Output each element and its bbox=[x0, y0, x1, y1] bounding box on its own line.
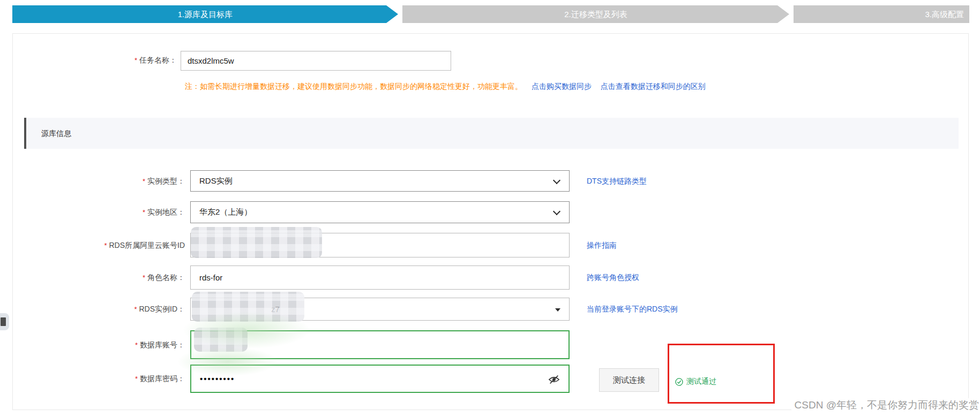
cross-account-role-auth-link[interactable]: 跨账号角色授权 bbox=[587, 266, 639, 290]
migration-config-panel: *任务名称： 注：如需长期进行增量数据迁移，建议使用数据同步功能，数据同步的网络… bbox=[12, 33, 969, 410]
instance-type-label: *实例类型： bbox=[32, 170, 185, 192]
wizard-step-label: 2.迁移类型及列表 bbox=[564, 10, 627, 19]
required-asterisk: * bbox=[135, 375, 138, 383]
dropdown-triangle-icon bbox=[555, 308, 560, 312]
note-text: 注：如需长期进行增量数据迁移，建议使用数据同步功能，数据同步的网络稳定性更好，功… bbox=[185, 82, 522, 90]
db-account-input[interactable] bbox=[190, 330, 570, 359]
rds-instance-id-visible-suffix: z7 bbox=[271, 298, 280, 320]
role-name-input-wrap bbox=[190, 266, 570, 290]
dts-migration-wizard-page: 1.源库及目标库 2.迁移类型及列表 3.高级配置 *任务名称： 注：如需长期进… bbox=[0, 0, 980, 417]
wizard-step-migration-type[interactable]: 2.迁移类型及列表 bbox=[402, 5, 789, 23]
required-asterisk: * bbox=[143, 177, 145, 185]
source-info-section-header: 源库信息 bbox=[24, 118, 959, 149]
instance-type-select[interactable]: RDS实例 bbox=[190, 170, 570, 192]
red-highlight-rectangle bbox=[668, 344, 775, 404]
task-name-input[interactable] bbox=[181, 51, 451, 71]
wizard-step-label: 3.高级配置 bbox=[925, 10, 964, 19]
buy-data-sync-link[interactable]: 点击购买数据同步 bbox=[532, 82, 592, 90]
feedback-flyout-handle[interactable] bbox=[0, 313, 9, 330]
sync-recommendation-note: 注：如需长期进行增量数据迁移，建议使用数据同步功能，数据同步的网络稳定性更好，功… bbox=[185, 82, 706, 92]
region-value: 华东2（上海） bbox=[199, 207, 252, 217]
migration-vs-sync-diff-link[interactable]: 点击查看数据迁移和同步的区别 bbox=[601, 82, 706, 90]
operation-guide-link[interactable]: 操作指南 bbox=[587, 233, 617, 257]
menu-icon bbox=[1, 317, 6, 326]
chevron-down-icon bbox=[553, 208, 560, 215]
rds-instance-id-select[interactable]: z7 bbox=[190, 298, 570, 321]
required-asterisk: * bbox=[134, 305, 137, 313]
dts-supported-links-link[interactable]: DTS支持链路类型 bbox=[587, 170, 647, 192]
role-name-label: *角色名称： bbox=[32, 266, 185, 290]
account-id-label: *RDS所属阿里云账号ID bbox=[32, 233, 185, 258]
csdn-watermark: CSDN @年轻，不是你努力而得来的奖赏 bbox=[791, 398, 979, 412]
section-title: 源库信息 bbox=[26, 118, 959, 149]
db-password-input-wrap: ••••••••• bbox=[190, 365, 570, 393]
test-passed-text: 测试通过 bbox=[686, 377, 716, 386]
test-connection-button[interactable]: 测试连接 bbox=[599, 368, 659, 392]
role-name-input[interactable] bbox=[199, 266, 560, 289]
instance-type-value: RDS实例 bbox=[199, 176, 233, 186]
task-name-label: *任务名称： bbox=[32, 56, 177, 65]
check-circle-icon bbox=[675, 378, 683, 386]
required-asterisk: * bbox=[143, 274, 145, 282]
region-label: *实例地区： bbox=[32, 201, 185, 223]
required-asterisk: * bbox=[104, 241, 107, 249]
account-id-input[interactable] bbox=[190, 233, 570, 257]
required-asterisk: * bbox=[143, 208, 145, 216]
wizard-step-label: 1.源库及目标库 bbox=[178, 10, 233, 19]
db-password-masked-value: ••••••••• bbox=[200, 374, 235, 383]
db-password-label: *数据库密码： bbox=[32, 365, 185, 393]
wizard-step-source-target[interactable]: 1.源库及目标库 bbox=[12, 5, 398, 23]
current-account-rds-link[interactable]: 当前登录账号下的RDS实例 bbox=[587, 298, 678, 321]
toggle-password-visibility-icon[interactable] bbox=[548, 374, 560, 385]
required-asterisk: * bbox=[135, 341, 138, 349]
wizard-step-advanced-config[interactable]: 3.高级配置 bbox=[794, 5, 969, 23]
rds-instance-id-label: *RDS实例ID： bbox=[32, 298, 185, 321]
db-account-label: *数据库账号： bbox=[32, 330, 185, 360]
test-passed-badge: 测试通过 bbox=[675, 376, 716, 388]
chevron-down-icon bbox=[553, 177, 560, 184]
region-select[interactable]: 华东2（上海） bbox=[190, 201, 570, 223]
step-wizard: 1.源库及目标库 2.迁移类型及列表 3.高级配置 bbox=[12, 5, 969, 23]
required-asterisk: * bbox=[134, 56, 137, 64]
